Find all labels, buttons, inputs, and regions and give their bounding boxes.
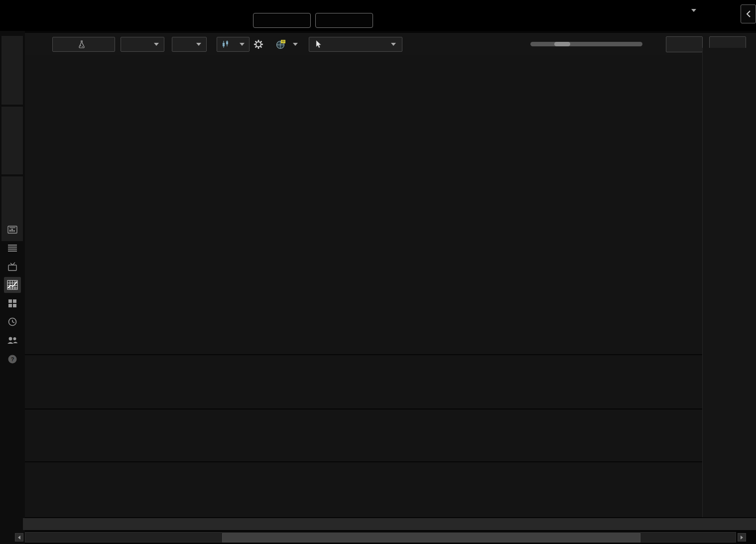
help-icon[interactable]: ?: [4, 351, 21, 367]
quote-header: [0, 0, 756, 31]
stochastic-svg[interactable]: [25, 355, 702, 408]
date-axis: [23, 518, 756, 530]
chevron-left-icon: [746, 10, 751, 17]
scroll-right-button[interactable]: [738, 533, 746, 542]
sidebar-tab-positions[interactable]: [1, 36, 23, 105]
bid-button[interactable]: [253, 13, 311, 28]
people-icon[interactable]: [4, 332, 21, 348]
zoom-slider-thumb[interactable]: [554, 42, 570, 46]
news-icon[interactable]: [4, 222, 21, 238]
list-icon[interactable]: [4, 240, 21, 256]
chevron-down-icon: [154, 43, 159, 46]
grid-icon[interactable]: [4, 295, 21, 311]
history-icon[interactable]: [4, 314, 21, 330]
scrollbar-thumb[interactable]: [222, 533, 640, 543]
left-sidebar: ?: [0, 31, 25, 544]
svg-text:?: ?: [11, 356, 14, 362]
accounts-menu[interactable]: [687, 9, 696, 12]
chevron-down-icon: [196, 43, 201, 46]
arrow-right-icon: [741, 536, 743, 540]
sidebar-tab-trade[interactable]: [1, 107, 23, 174]
scroll-left-button[interactable]: [15, 533, 23, 542]
price-axis-column: [702, 48, 756, 517]
chevron-down-icon: [391, 43, 396, 46]
trading-app: ?: [0, 0, 756, 544]
horizontal-scrollbar[interactable]: [15, 532, 747, 543]
tv-icon[interactable]: [4, 259, 21, 274]
flask-icon: [78, 40, 86, 48]
cursor-icon: [315, 40, 322, 48]
scrollbar-track[interactable]: [25, 532, 736, 543]
chevron-down-icon: [240, 43, 245, 46]
macd-svg[interactable]: [25, 409, 702, 461]
chevron-down-icon: [293, 43, 298, 46]
collapse-panel-button[interactable]: [741, 4, 756, 23]
price-chart-svg[interactable]: [25, 48, 702, 354]
chart-icon[interactable]: [4, 277, 21, 293]
ivr-svg[interactable]: [25, 462, 702, 517]
arrow-left-icon: [18, 536, 20, 540]
ask-button[interactable]: [315, 13, 373, 28]
chevron-down-icon: [691, 9, 696, 12]
zoom-slider[interactable]: [530, 42, 642, 46]
